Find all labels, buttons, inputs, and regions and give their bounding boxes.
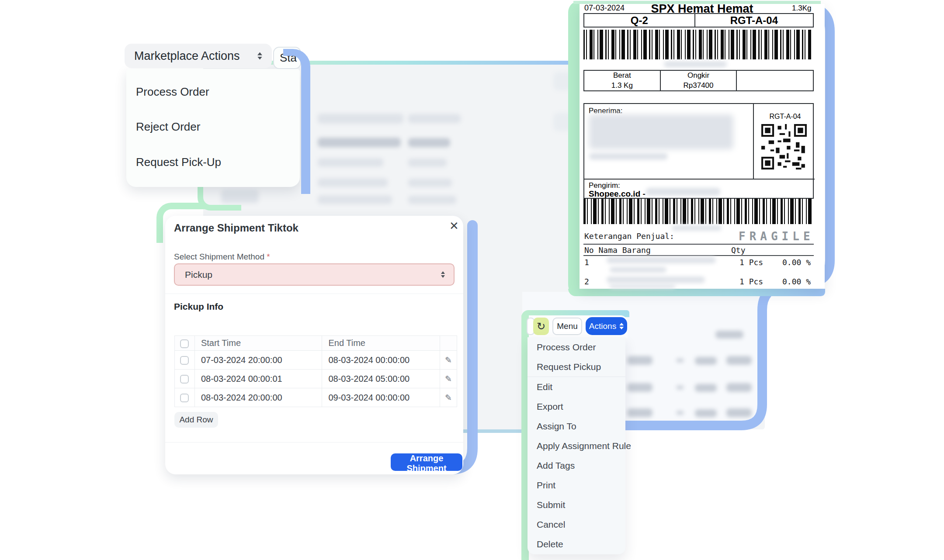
item-qty: 1 Pcs [739, 258, 763, 267]
qty-header: Qty [731, 245, 746, 255]
decor-dropdown-frame-blue [283, 49, 310, 194]
modal-title: Arrange Shipment Tiktok [174, 222, 298, 234]
edit-row-icon[interactable]: ✎ [445, 356, 452, 365]
decor-label-frame-left [568, 1, 580, 296]
row-checkbox[interactable] [180, 394, 189, 402]
label-rack: RGT-A-04 [695, 14, 813, 27]
redacted-recipient-address [589, 114, 733, 149]
decor-label-frame-bottom [568, 289, 825, 296]
table-row: 08-03-2024 00:00:01 08-03-2024 05:00:00 … [175, 370, 457, 388]
table-row: 08-03-2024 20:00:00 09-03-2024 00:00:00 … [175, 388, 457, 407]
chevron-updown-icon [441, 271, 445, 278]
fragile-stamp: FRAGILE [739, 230, 814, 243]
menu-button[interactable]: Menu [552, 318, 582, 335]
end-time-header: End Time [322, 336, 440, 351]
divider [165, 442, 463, 442]
edit-row-icon[interactable]: ✎ [445, 393, 452, 402]
redacted-item-name [610, 284, 675, 288]
redacted-item-name [610, 267, 666, 273]
empty-cell [737, 71, 813, 90]
item-qty: 1 Pcs [739, 277, 763, 286]
penerima-label: Penerima: [589, 107, 622, 115]
row-checkbox[interactable] [180, 375, 189, 384]
pengirim-label: Pengirim: [589, 181, 620, 190]
menu-item-request-pickup[interactable]: Request Pickup [528, 357, 625, 377]
end-time-cell: 09-03-2024 00:00:00 [322, 388, 440, 407]
label-info-table: Berat 1.3 Kg Ongkir Rp37400 [583, 70, 814, 91]
chevron-updown-icon [619, 323, 624, 329]
redacted-awb-number [664, 61, 727, 67]
menu-item-cancel[interactable]: Cancel [528, 515, 625, 534]
pickup-times-table: Start Time End Time 07-03-2024 20:00:00 … [174, 335, 457, 407]
table-header-row: Start Time End Time [175, 336, 457, 351]
shipment-method-value: Pickup [185, 270, 212, 280]
menu-item-delete[interactable]: Delete [528, 534, 625, 554]
refresh-icon[interactable]: ↻ [533, 318, 549, 335]
arrange-shipment-button[interactable]: Arrange Shipment [391, 453, 462, 471]
start-time-header: Start Time [194, 336, 322, 351]
end-time-cell: 08-03-2024 00:00:00 [322, 351, 440, 370]
redacted-recipient-address [589, 153, 668, 160]
close-icon[interactable]: ✕ [449, 219, 459, 233]
chevron-updown-icon [257, 52, 262, 60]
label-weight: 1.3Kg [792, 4, 811, 13]
item-discount: 0.00 % [782, 277, 811, 286]
start-time-cell: 08-03-2024 20:00:00 [194, 388, 322, 407]
redacted-order-number [672, 225, 722, 231]
pickup-info-heading: Pickup Info [174, 301, 223, 312]
shipment-method-label: Select Shipment Method * [174, 252, 270, 262]
item-no: 1 [584, 258, 589, 267]
menu-item-export[interactable]: Export [528, 397, 625, 416]
menu-item-apply-assignment-rule[interactable]: Apply Assignment Rule [528, 436, 625, 456]
select-all-checkbox[interactable] [180, 339, 189, 348]
required-asterisk: * [267, 252, 270, 261]
item-no: 2 [584, 277, 589, 286]
add-row-button[interactable]: Add Row [174, 412, 218, 428]
divider [165, 294, 463, 294]
actions-button[interactable]: Actions [586, 317, 627, 335]
composite-screenshot: 07-03-2024 SPX Hemat Hemat 1.3Kg Q-2 RGT… [0, 0, 944, 560]
actions-button-label: Actions [589, 321, 616, 331]
table-row: 07-03-2024 20:00:00 08-03-2024 00:00:00 … [175, 351, 457, 370]
ongkir-label: Ongkir [687, 71, 709, 80]
menu-item-assign-to[interactable]: Assign To [528, 416, 625, 436]
menu-item-submit[interactable]: Submit [528, 495, 625, 515]
berat-value: 1.3 Kg [611, 81, 633, 90]
redacted-item-name [607, 277, 705, 283]
qr-code [761, 124, 807, 169]
row-checkbox[interactable] [180, 356, 189, 365]
marketplace-actions-menu: Process Order Reject Order Request Pick-… [126, 69, 300, 187]
menu-item-add-tags[interactable]: Add Tags [528, 456, 625, 475]
actions-dropdown-menu: Process Order Request Pickup Edit Export… [528, 337, 625, 554]
barcode-awb [583, 30, 812, 59]
menu-item-reject-order[interactable]: Reject Order [126, 120, 300, 134]
keterangan-label: Keterangan Penjual: [584, 232, 674, 241]
pengirim-value: Shopee.co.id - [589, 189, 646, 199]
ongkir-value: Rp37400 [684, 81, 714, 90]
menu-item-request-pickup[interactable]: Request Pick-Up [126, 156, 300, 169]
redacted-item-name [607, 257, 716, 263]
menu-item-edit[interactable]: Edit [528, 377, 625, 397]
marketplace-actions-button[interactable]: Marketplace Actions [125, 44, 272, 68]
item-discount: 0.00 % [782, 258, 811, 267]
start-time-cell: 07-03-2024 20:00:00 [194, 351, 322, 370]
menu-item-print[interactable]: Print [528, 475, 625, 495]
edit-row-icon[interactable]: ✎ [445, 374, 452, 384]
barcode-order [583, 199, 812, 224]
menu-item-process-order[interactable]: Process Order [126, 85, 300, 99]
shipment-method-select[interactable]: Pickup [174, 263, 455, 286]
end-time-cell: 08-03-2024 05:00:00 [322, 370, 440, 388]
menu-item-process-order[interactable]: Process Order [528, 337, 625, 357]
items-header: No Nama Barang [584, 245, 651, 255]
label-zone: Q-2 [584, 14, 695, 27]
redacted-sender-name [646, 188, 720, 196]
label-zone-box: Q-2 RGT-A-04 [583, 13, 814, 28]
marketplace-actions-label: Marketplace Actions [134, 49, 240, 63]
start-time-cell: 08-03-2024 00:00:01 [194, 370, 322, 388]
qr-caption: RGT-A-04 [760, 113, 810, 121]
berat-label: Berat [613, 71, 631, 80]
